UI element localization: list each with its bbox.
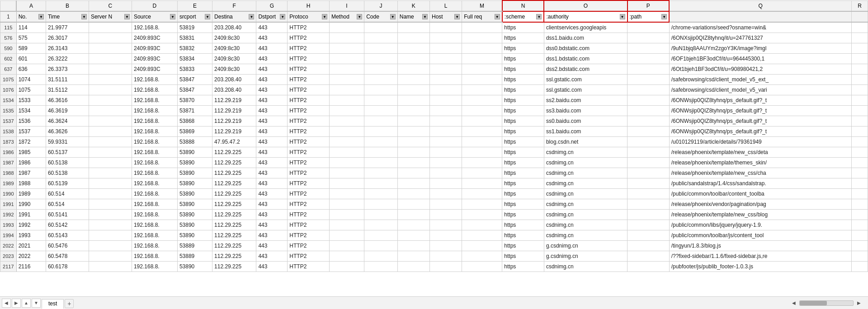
cell[interactable]: 1992 <box>16 220 46 230</box>
cell[interactable]: csdnimg.cn <box>544 189 627 199</box>
filter-dstport[interactable]: ▼ <box>280 14 285 19</box>
col-letter-D[interactable]: D <box>132 0 177 11</box>
cell[interactable]: 192.168.8. <box>132 137 177 147</box>
cell[interactable]: https <box>502 22 544 33</box>
cell[interactable]: 636 <box>16 64 46 75</box>
cell[interactable] <box>364 178 398 189</box>
cell[interactable]: 192.168.8. <box>132 251 177 262</box>
cell[interactable]: 60.5143 <box>46 230 89 241</box>
cell[interactable]: 60.514 <box>46 189 89 199</box>
tab-nav-left[interactable]: ◀ <box>2 299 11 308</box>
cell[interactable] <box>364 106 398 116</box>
tab-nav-up[interactable]: ▲ <box>22 299 31 308</box>
cell[interactable] <box>462 199 502 210</box>
cell[interactable] <box>852 116 868 126</box>
cell[interactable] <box>852 85 868 95</box>
cell[interactable]: HTTP2 <box>288 85 330 95</box>
cell[interactable] <box>430 251 462 262</box>
cell[interactable]: ssl.gstatic.com <box>544 85 627 95</box>
cell[interactable]: csdnimg.cn <box>544 262 627 272</box>
cell[interactable]: 192.168.8. <box>132 106 177 116</box>
cell[interactable] <box>364 137 398 147</box>
cell[interactable]: 443 <box>256 251 288 262</box>
col-letter-K[interactable]: K <box>397 0 429 11</box>
cell[interactable]: 1987 <box>0 158 17 168</box>
cell[interactable]: 1986 <box>0 147 17 158</box>
cell[interactable]: 46.3616 <box>46 95 89 106</box>
cell[interactable] <box>329 33 364 43</box>
cell[interactable] <box>329 178 364 189</box>
cell[interactable] <box>462 95 502 106</box>
filter-time[interactable]: ▼ <box>81 14 87 19</box>
cell[interactable]: /public/common/toolbar/js/content_tool <box>669 230 852 241</box>
cell[interactable] <box>329 230 364 241</box>
cell[interactable]: HTTP2 <box>288 262 330 272</box>
cell[interactable]: 53888 <box>177 137 212 147</box>
cell[interactable]: 53833 <box>177 64 212 75</box>
cell[interactable]: HTTP2 <box>288 178 330 189</box>
cell[interactable]: ss1.baidu.com <box>544 126 627 137</box>
header-fullreq[interactable]: Full req ▼ <box>462 11 502 22</box>
table-row[interactable]: 1535153446.3619192.168.8.53871112.29.219… <box>0 106 868 116</box>
header-server[interactable]: Server N ▼ <box>89 11 132 22</box>
cell[interactable]: 60.5139 <box>46 178 89 189</box>
cell[interactable]: 2409:8c30 <box>212 64 256 75</box>
cell[interactable] <box>89 75 132 85</box>
cell[interactable] <box>430 22 462 33</box>
cell[interactable] <box>852 251 868 262</box>
cell[interactable]: csdnimg.cn <box>544 199 627 210</box>
cell[interactable]: /6ONWsjip0QIZ8tyhnq/ps_default.gif?_t <box>669 106 852 116</box>
cell[interactable]: /public/common/libs/jquery/jquery-1.9. <box>669 220 852 230</box>
cell[interactable]: /6Ot1bjeh1BF3odCf/it/u=908980421,2 <box>669 64 852 75</box>
cell[interactable]: 1534 <box>16 106 46 116</box>
cell[interactable]: 2022 <box>16 251 46 262</box>
cell[interactable] <box>852 22 868 33</box>
cell[interactable]: 192.168.8. <box>132 189 177 199</box>
cell[interactable]: 1991 <box>16 210 46 220</box>
cell[interactable]: 575 <box>16 33 46 43</box>
header-code[interactable]: Code ▼ <box>364 11 398 22</box>
cell[interactable] <box>364 95 398 106</box>
cell[interactable]: https <box>502 33 544 43</box>
cell[interactable]: 443 <box>256 126 288 137</box>
cell[interactable]: 60.5138 <box>46 168 89 178</box>
cell[interactable] <box>329 22 364 33</box>
sheet-tab-test[interactable]: test <box>42 299 64 309</box>
cell[interactable] <box>89 116 132 126</box>
cell[interactable]: https <box>502 210 544 220</box>
cell[interactable]: 60.5137 <box>46 147 89 158</box>
table-row[interactable]: 1986198560.5137192.168.8.53890112.29.225… <box>0 147 868 158</box>
cell[interactable] <box>627 54 670 64</box>
cell[interactable]: 53890 <box>177 178 212 189</box>
cell[interactable] <box>329 137 364 147</box>
horizontal-scrollbar[interactable] <box>799 300 854 306</box>
cell[interactable]: /public/sandalstrap/1.4/css/sandalstrap. <box>669 178 852 189</box>
cell[interactable] <box>397 85 429 95</box>
col-letter-L[interactable]: L <box>430 0 462 11</box>
cell[interactable]: csdnimg.cn <box>544 158 627 168</box>
col-letter-J[interactable]: J <box>364 0 398 11</box>
cell[interactable] <box>329 220 364 230</box>
cell[interactable]: 576 <box>0 33 17 43</box>
scroll-thumb[interactable] <box>800 301 827 305</box>
cell[interactable]: 443 <box>256 137 288 147</box>
cell[interactable]: https <box>502 168 544 178</box>
cell[interactable]: 192.168.8. <box>132 210 177 220</box>
cell[interactable]: csdnimg.cn <box>544 178 627 189</box>
cell[interactable] <box>329 210 364 220</box>
cell[interactable] <box>627 137 670 147</box>
cell[interactable]: https <box>502 178 544 189</box>
cell[interactable] <box>364 262 398 272</box>
cell[interactable] <box>462 75 502 85</box>
cell[interactable] <box>89 158 132 168</box>
filter-host[interactable]: ▼ <box>454 14 460 19</box>
cell[interactable]: 2022 <box>0 241 17 251</box>
cell[interactable]: csdnimg.cn <box>544 220 627 230</box>
cell[interactable]: 443 <box>256 33 288 43</box>
col-letter-E[interactable]: E <box>177 0 212 11</box>
header-name[interactable]: Name ▼ <box>397 11 429 22</box>
cell[interactable] <box>397 262 429 272</box>
cell[interactable]: 112.29.225 <box>212 168 256 178</box>
cell[interactable] <box>89 54 132 64</box>
cell[interactable]: 31.5111 <box>46 75 89 85</box>
